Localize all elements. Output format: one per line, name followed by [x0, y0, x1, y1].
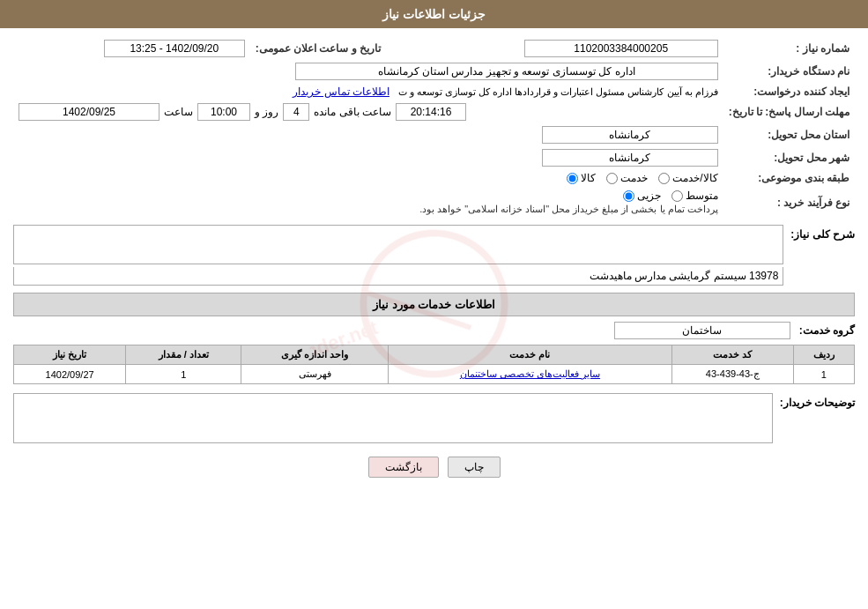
category-radio-2[interactable] [606, 173, 618, 184]
need-desc-value: 13978 سیستم گرمایشی مدارس ماهیدشت [13, 267, 783, 286]
buyer-org-label: نام دستگاه خریدار: [723, 60, 855, 83]
services-section-title: اطلاعات خدمات مورد نیاز [13, 293, 855, 316]
announce-label: تاریخ و ساعت اعلان عمومی: [250, 37, 386, 60]
countdown-value: 20:14:16 [396, 103, 466, 121]
time-value: 10:00 [197, 103, 250, 121]
need-number-label: شماره نیاز : [723, 37, 855, 60]
requester-text: فرزام به آیین کارشناس مسئول اعتبارات و ق… [398, 86, 718, 97]
cell-name[interactable]: سایر فعالیت‌های تخصصی ساختنمان [388, 365, 671, 384]
col-header-unit: واحد اندازه گیری [241, 345, 389, 365]
purchase-type-option-2[interactable]: متوسط [671, 189, 718, 202]
purchase-note: پرداخت تمام یا بخشی از مبلغ خریداز محل "… [19, 204, 718, 215]
category-option-1-label: کالا [581, 172, 596, 184]
day-label: روز و [255, 106, 278, 118]
category-radio-group: کالا/خدمت خدمت کالا [19, 172, 718, 184]
delivery-province-label: استان محل تحویل: [723, 123, 855, 146]
date-label: مهلت ارسال پاسخ: تا تاریخ: [723, 100, 855, 123]
category-label: طبقه بندی موضوعی: [723, 169, 855, 187]
buyer-notes-label: توضیحات خریدار: [780, 393, 855, 409]
purchase-type-radio-2[interactable] [671, 190, 683, 202]
delivery-city-value: کرمانشاه [542, 149, 718, 167]
cell-row: 1 [793, 365, 854, 384]
col-header-row: ردیف [793, 345, 854, 365]
service-group-value: ساختمان [614, 322, 790, 339]
category-option-3[interactable]: کالا/خدمت [658, 172, 717, 184]
main-info-table: شماره نیاز : 1102003384000205 تاریخ و سا… [13, 37, 855, 218]
buyer-org-value: اداره کل توسسازی توسعه و تجهیز مدارس است… [295, 63, 718, 80]
services-table-header: ردیف کد خدمت نام خدمت واحد اندازه گیری ت… [14, 345, 855, 365]
need-desc-section: شرح کلی نیاز: 13978 سیستم گرمایشی مدارس … [13, 225, 855, 286]
col-header-date: تاریخ نیاز [14, 345, 126, 365]
buyer-notes-input[interactable] [13, 393, 773, 443]
delivery-city-label: شهر محل تحویل: [723, 146, 855, 169]
service-group-label: گروه خدمت: [799, 324, 855, 337]
buyer-notes-section: توضیحات خریدار: [13, 393, 855, 443]
action-buttons: چاپ بازگشت [13, 457, 855, 478]
category-option-1[interactable]: کالا [567, 172, 596, 184]
col-header-code: کد خدمت [671, 345, 793, 365]
services-table-body: 1 ج-43-439-43 سایر فعالیت‌های تخصصی ساخت… [14, 365, 855, 384]
service-group-row: گروه خدمت: ساختمان [13, 322, 855, 339]
page-header: جزئیات اطلاعات نیاز [0, 0, 868, 28]
table-row: 1 ج-43-439-43 سایر فعالیت‌های تخصصی ساخت… [14, 365, 855, 384]
date-value: 1402/09/25 [19, 103, 160, 121]
need-number-value: 1102003384000205 [524, 40, 718, 57]
purchase-type-option-2-label: متوسط [686, 189, 718, 202]
time-label: ساعت [164, 106, 193, 118]
category-radio-3[interactable] [658, 173, 670, 184]
category-radio-1[interactable] [567, 173, 578, 184]
category-option-2[interactable]: خدمت [606, 172, 648, 184]
col-header-qty: تعداد / مقدار [126, 345, 241, 365]
category-option-3-label: کالا/خدمت [672, 172, 717, 184]
need-desc-input[interactable] [13, 225, 783, 264]
cell-qty: 1 [126, 365, 241, 384]
purchase-type-label: نوع فرآیند خرید : [723, 187, 855, 218]
cell-code: ج-43-439-43 [671, 365, 793, 384]
col-header-name: نام خدمت [388, 345, 671, 365]
services-table: ردیف کد خدمت نام خدمت واحد اندازه گیری ت… [13, 345, 855, 384]
back-button[interactable]: بازگشت [368, 457, 439, 478]
cell-date: 1402/09/27 [14, 365, 126, 384]
requester-contact-link[interactable]: اطلاعات تماس خریدار [293, 85, 389, 98]
countdown-label: ساعت باقی مانده [314, 106, 391, 118]
need-desc-label: شرح کلی نیاز: [790, 225, 855, 241]
print-button[interactable]: چاپ [448, 457, 501, 478]
purchase-type-option-1[interactable]: جزیی [623, 189, 661, 202]
announce-value: 1402/09/20 - 13:25 [104, 40, 245, 57]
purchase-type-radio-group: متوسط جزیی [19, 189, 718, 202]
page-title: جزئیات اطلاعات نیاز [382, 7, 486, 21]
cell-unit: فهرستی [241, 365, 389, 384]
category-option-2-label: خدمت [620, 172, 648, 184]
purchase-type-option-1-label: جزیی [637, 189, 661, 202]
requester-label: ایجاد کننده درخواست: [723, 83, 855, 100]
delivery-province-value: کرمانشاه [542, 126, 718, 144]
day-value: 4 [283, 103, 309, 121]
purchase-type-radio-1[interactable] [623, 190, 634, 202]
